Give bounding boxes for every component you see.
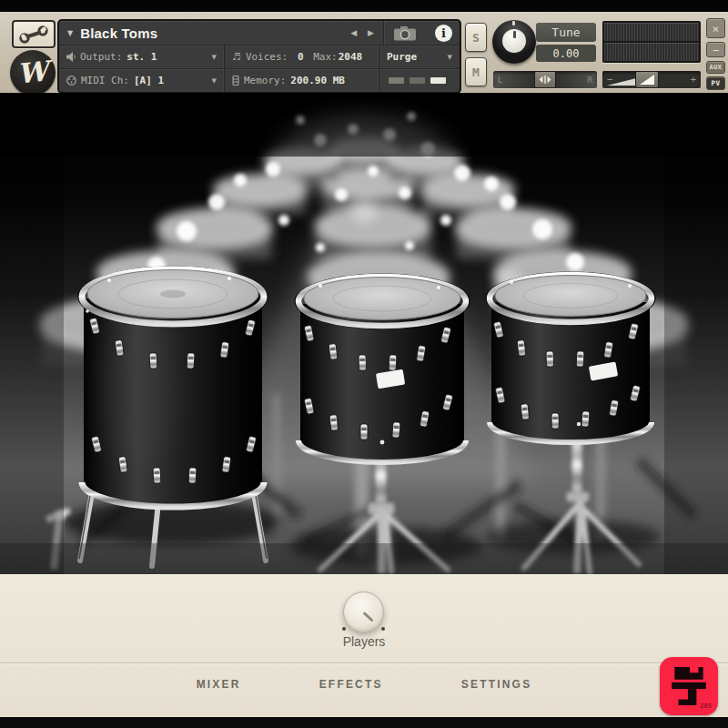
midi-channel-select[interactable]: MIDI Ch: [A] 1 ▼ bbox=[59, 69, 225, 92]
purge-meter bbox=[379, 69, 460, 92]
memory-icon bbox=[232, 76, 239, 86]
tab-bar: MIXER EFFECTS SETTINGS bbox=[0, 678, 728, 691]
voices-icon: ♬ bbox=[232, 51, 241, 63]
midi-label: MIDI Ch: bbox=[81, 75, 129, 86]
tab-effects[interactable]: EFFECTS bbox=[319, 678, 383, 691]
players-knob-label: Players bbox=[273, 634, 455, 649]
knob-max-dot bbox=[381, 627, 385, 631]
tune-knob-notch bbox=[512, 21, 515, 25]
output-label: Output: bbox=[80, 51, 122, 63]
info-icon[interactable]: i bbox=[435, 25, 452, 42]
players-knob-indicator bbox=[362, 611, 373, 622]
instrument-artwork bbox=[0, 93, 728, 574]
pan-slider[interactable]: L R bbox=[493, 71, 597, 88]
tab-mixer[interactable]: MIXER bbox=[197, 678, 241, 691]
volume-plus-label: + bbox=[685, 74, 701, 86]
memory-readout: Memory: 200.90 MB bbox=[225, 69, 379, 92]
kontakt-header: W ▼ Black Toms ◀ ▶ i bbox=[0, 12, 728, 94]
pan-left-label: L bbox=[493, 76, 507, 85]
tune-label: Tune bbox=[536, 23, 596, 42]
voices-readout: ♬ Voices: 0 Max: 2048 bbox=[225, 46, 379, 68]
wrench-icon bbox=[18, 25, 49, 44]
wavesfactory-logo: W bbox=[10, 50, 56, 96]
output-dropdown-icon[interactable]: ▼ bbox=[212, 54, 217, 61]
top-strip bbox=[0, 0, 728, 12]
minimize-button[interactable]: − bbox=[706, 42, 725, 57]
next-instrument-icon[interactable]: ▶ bbox=[368, 28, 374, 37]
tab-separator bbox=[0, 662, 728, 663]
instrument-panel: ▼ Black Toms ◀ ▶ i bbox=[57, 19, 461, 94]
close-button[interactable]: × bbox=[706, 18, 725, 38]
logo-letter: W bbox=[16, 57, 50, 87]
mute-button[interactable]: M bbox=[465, 57, 487, 86]
purge-dropdown-icon[interactable]: ▼ bbox=[448, 54, 452, 61]
meter-left bbox=[604, 23, 699, 41]
tab-settings[interactable]: SETTINGS bbox=[461, 678, 532, 691]
performance-panel: Players MIXER EFFECTS SETTINGS 285 bbox=[0, 574, 728, 717]
purge-label: Purge bbox=[387, 51, 417, 63]
level-meters bbox=[602, 21, 701, 63]
brand-badge: 285 bbox=[660, 657, 718, 715]
purge-menu[interactable]: Purge ▼ bbox=[379, 46, 460, 68]
meter-right bbox=[604, 43, 699, 61]
speaker-icon bbox=[66, 52, 76, 62]
tune-knob-indicator bbox=[513, 31, 516, 38]
voices-value: 0 bbox=[292, 51, 308, 63]
midi-dropdown-icon[interactable]: ▼ bbox=[212, 77, 217, 85]
pv-button[interactable]: PV bbox=[706, 76, 725, 90]
instrument-dropdown-icon[interactable]: ▼ bbox=[67, 29, 73, 37]
tune-knob[interactable] bbox=[492, 20, 536, 64]
aux-button[interactable]: AUX bbox=[706, 61, 725, 74]
midi-value: [A] 1 bbox=[134, 75, 164, 86]
max-label: Max: bbox=[313, 51, 338, 63]
solo-button[interactable]: S bbox=[465, 23, 487, 52]
badge-glyph-icon bbox=[670, 665, 708, 707]
knob-min-dot bbox=[342, 627, 346, 631]
memory-label: Memory: bbox=[244, 75, 286, 86]
badge-number: 285 bbox=[700, 703, 712, 710]
players-knob[interactable] bbox=[343, 592, 384, 632]
kontakt-instrument-window: W ▼ Black Toms ◀ ▶ i bbox=[0, 0, 728, 728]
tune-value[interactable]: 0.00 bbox=[536, 45, 596, 62]
volume-handle[interactable] bbox=[635, 71, 659, 88]
prev-instrument-icon[interactable]: ◀ bbox=[350, 28, 357, 37]
output-value: st. 1 bbox=[126, 51, 157, 63]
bottom-strip bbox=[0, 717, 728, 728]
edit-wrench-button[interactable] bbox=[12, 20, 56, 48]
midi-icon bbox=[66, 76, 76, 86]
snapshot-camera-icon[interactable] bbox=[384, 21, 426, 45]
output-select[interactable]: Output: st. 1 ▼ bbox=[59, 46, 225, 68]
instrument-title: Black Toms bbox=[80, 25, 157, 41]
voices-label: Voices: bbox=[246, 51, 288, 63]
pan-handle-icon bbox=[539, 76, 551, 84]
volume-slider[interactable]: − + bbox=[602, 71, 701, 88]
max-value: 2048 bbox=[339, 51, 363, 63]
pan-right-label: R bbox=[583, 76, 597, 85]
memory-value: 200.90 MB bbox=[290, 75, 345, 86]
pan-handle[interactable] bbox=[534, 71, 556, 88]
tune-knob-cap bbox=[502, 29, 526, 53]
